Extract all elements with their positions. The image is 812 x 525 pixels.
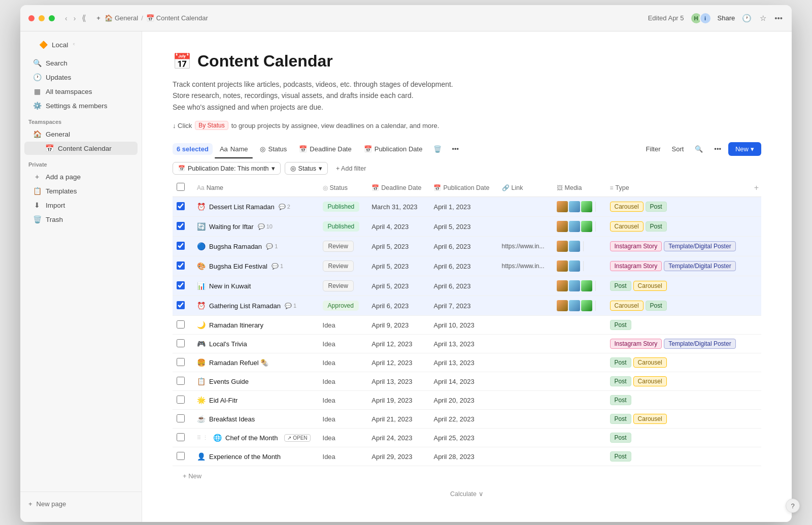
row-publication-cell[interactable]: April 1, 2023 <box>427 197 495 217</box>
row-deadline-cell[interactable]: April 13, 2023 <box>365 372 427 391</box>
row-status-cell[interactable]: Idea <box>317 391 366 410</box>
add-row-button[interactable]: + New <box>177 468 208 484</box>
row-checkbox[interactable] <box>177 433 185 441</box>
row-name-cell[interactable]: 🎮Local's Trivia <box>191 335 317 353</box>
row-type-cell[interactable]: CarouselPost <box>604 217 744 237</box>
sidebar-item-general[interactable]: 🏠 General <box>24 127 138 141</box>
media-thumbnail[interactable] <box>581 280 592 291</box>
row-status-cell[interactable]: Approved <box>317 296 366 316</box>
selected-count-tab[interactable]: 6 selected <box>173 143 213 155</box>
more-options-button[interactable]: ••• <box>773 13 784 23</box>
row-publication-cell[interactable]: April 6, 2023 <box>427 276 495 296</box>
row-deadline-cell[interactable]: April 5, 2023 <box>365 256 427 276</box>
row-status-cell[interactable]: Idea <box>317 447 366 466</box>
help-button[interactable]: ? <box>786 499 800 513</box>
row-link-cell[interactable] <box>496 353 551 372</box>
row-publication-cell[interactable]: April 7, 2023 <box>427 296 495 316</box>
tab-publication-date[interactable]: 📅 Publication Date <box>359 143 428 155</box>
row-publication-cell[interactable]: April 14, 2023 <box>427 372 495 391</box>
row-checkbox[interactable] <box>177 320 185 329</box>
row-type-cell[interactable]: Instagram StoryTemplate/Digital Poster <box>604 237 744 256</box>
row-checkbox-cell[interactable] <box>173 391 191 410</box>
table-options-button[interactable]: ••• <box>710 143 725 155</box>
row-type-cell[interactable]: Post <box>604 391 744 410</box>
row-type-cell[interactable]: PostCarousel <box>604 372 744 391</box>
sidebar-item-updates[interactable]: 🕐 Updates <box>24 71 138 84</box>
row-deadline-cell[interactable]: March 31, 2023 <box>365 197 427 217</box>
row-checkbox[interactable] <box>177 222 185 230</box>
row-checkbox[interactable] <box>177 261 185 270</box>
row-status-cell[interactable]: Published <box>317 197 366 217</box>
row-checkbox-cell[interactable] <box>173 372 191 391</box>
row-deadline-cell[interactable]: April 9, 2023 <box>365 316 427 335</box>
row-deadline-cell[interactable]: April 24, 2023 <box>365 429 427 447</box>
new-button[interactable]: New ▾ <box>728 142 761 156</box>
row-name-cell[interactable]: 🔄Waiting for Iftar💬 10 <box>191 217 317 237</box>
sidebar-item-settings[interactable]: ⚙️ Settings & members <box>24 99 138 112</box>
row-link-cell[interactable] <box>496 296 551 316</box>
sidebar-workspace-item[interactable]: 🔶 Local ᶜ <box>30 38 131 51</box>
media-thumbnail[interactable] <box>557 260 568 272</box>
add-column-button[interactable]: + <box>750 183 761 192</box>
th-link[interactable]: 🔗 Link <box>496 179 551 197</box>
select-all-checkbox[interactable] <box>177 183 185 191</box>
search-table-button[interactable]: 🔍 <box>691 143 707 155</box>
row-publication-cell[interactable]: April 20, 2023 <box>427 391 495 410</box>
row-media-cell[interactable] <box>551 353 604 372</box>
row-status-cell[interactable]: Published <box>317 217 366 237</box>
media-thumbnail[interactable] <box>569 300 580 311</box>
row-status-cell[interactable]: Idea <box>317 372 366 391</box>
row-publication-cell[interactable]: April 5, 2023 <box>427 217 495 237</box>
row-name-cell[interactable]: ⏰Dessert List Ramadan💬 2 <box>191 197 317 217</box>
row-link-cell[interactable] <box>496 410 551 429</box>
row-name-cell[interactable]: 🔵Bugsha Ramadan💬 1 <box>191 237 317 256</box>
sort-button[interactable]: Sort <box>667 143 688 155</box>
media-thumbnail[interactable] <box>569 201 580 212</box>
row-media-cell[interactable] <box>551 256 604 276</box>
row-checkbox[interactable] <box>177 396 185 404</box>
row-deadline-cell[interactable]: April 4, 2023 <box>365 217 427 237</box>
row-link-cell[interactable] <box>496 429 551 447</box>
row-link-cell[interactable] <box>496 197 551 217</box>
row-media-cell[interactable] <box>551 391 604 410</box>
breadcrumb-current[interactable]: 📅 Content Calendar <box>146 14 208 22</box>
row-type-cell[interactable]: Instagram StoryTemplate/Digital Poster <box>604 335 744 353</box>
sidebar-item-import[interactable]: ⬇ Import <box>24 199 138 212</box>
media-thumbnail[interactable] <box>557 221 568 232</box>
row-publication-cell[interactable]: April 6, 2023 <box>427 256 495 276</box>
row-deadline-cell[interactable]: April 6, 2023 <box>365 296 427 316</box>
row-media-cell[interactable] <box>551 429 604 447</box>
row-type-cell[interactable]: Post <box>604 447 744 466</box>
th-media[interactable]: 🖼 Media <box>551 179 604 197</box>
close-button[interactable] <box>28 15 35 21</box>
breadcrumb-home[interactable]: 🏠 General <box>105 14 138 22</box>
row-checkbox-cell[interactable] <box>173 296 191 316</box>
row-checkbox-cell[interactable] <box>173 237 191 256</box>
row-deadline-cell[interactable]: April 29, 2023 <box>365 447 427 466</box>
sidebar-item-content-calendar[interactable]: 📅 Content Calendar <box>24 142 138 155</box>
row-deadline-cell[interactable]: April 12, 2023 <box>365 335 427 353</box>
th-status[interactable]: ◎ Status <box>317 179 366 197</box>
row-checkbox-cell[interactable] <box>173 197 191 217</box>
media-thumbnail[interactable] <box>557 300 568 311</box>
row-deadline-cell[interactable]: April 5, 2023 <box>365 276 427 296</box>
new-page-button[interactable]: + New page <box>20 496 142 512</box>
favorite-button[interactable]: ☆ <box>759 13 767 24</box>
row-media-cell[interactable] <box>551 447 604 466</box>
row-checkbox[interactable] <box>177 414 185 422</box>
row-deadline-cell[interactable]: April 5, 2023 <box>365 237 427 256</box>
row-checkbox[interactable] <box>177 301 185 309</box>
media-thumbnail[interactable] <box>569 280 580 291</box>
th-add-column[interactable]: + <box>744 179 761 197</box>
row-type-cell[interactable]: PostCarousel <box>604 353 744 372</box>
row-link-cell[interactable] <box>496 447 551 466</box>
row-deadline-cell[interactable]: April 19, 2023 <box>365 391 427 410</box>
delete-selected-button[interactable]: 🗑️ <box>429 143 446 155</box>
share-button[interactable]: Share <box>718 14 735 22</box>
row-checkbox[interactable] <box>177 452 185 460</box>
collapse-sidebar-button[interactable]: ⟪ <box>82 13 86 23</box>
row-name-cell[interactable]: 🎨Bugsha Eid Festival💬 1 <box>191 256 317 276</box>
row-status-cell[interactable]: Idea <box>317 353 366 372</box>
status-filter[interactable]: ◎ Status ▾ <box>285 162 328 175</box>
sidebar-item-templates[interactable]: 📋 Templates <box>24 184 138 198</box>
